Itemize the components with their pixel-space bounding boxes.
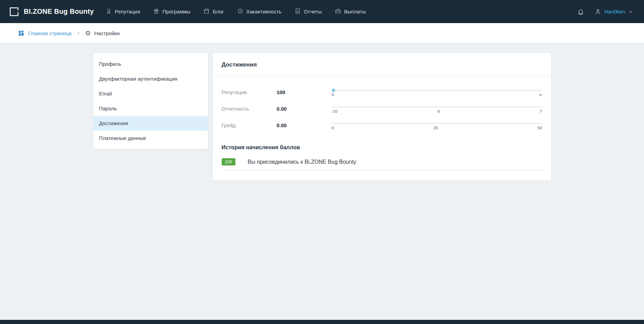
settings-sidebar: Профиль Двухфакторная аутентификация Ema… <box>93 53 208 149</box>
nav-label: Хакактивность <box>246 9 282 14</box>
nav-item-hackactivity[interactable]: Хакактивность <box>237 8 282 15</box>
briefcase-icon <box>335 8 341 15</box>
chevron-down-icon <box>628 9 634 14</box>
sidebar-item-password[interactable]: Пароль <box>93 101 208 116</box>
metrics-section: Репутация 100 0 ∞ Отчетность 0.00 <box>213 77 551 140</box>
main-nav: Репутация Программы Блог <box>106 8 366 15</box>
slider-ticks: 0 ∞ <box>332 93 542 97</box>
nav-label: Репутация <box>115 9 140 14</box>
brand-name: BI.ZONE Bug Bounty <box>24 8 94 16</box>
tick-label-max: 50 <box>538 126 542 130</box>
nav-item-payouts[interactable]: Выплаты <box>335 8 366 15</box>
reputation-slider: 0 ∞ <box>332 87 542 97</box>
nav-item-reputation[interactable]: Репутация <box>106 8 140 15</box>
sidebar-item-payment-details[interactable]: Платежные данные <box>93 131 208 145</box>
metric-value: 100 <box>277 89 332 95</box>
sidebar-item-email[interactable]: Email <box>93 86 208 101</box>
nav-item-programs[interactable]: Программы <box>153 8 190 15</box>
breadcrumb-current: ⚙ Настройки <box>85 30 120 37</box>
brand[interactable]: BI.ZONE Bug Bounty <box>9 7 94 17</box>
metric-row-reputation: Репутация 100 0 ∞ <box>222 87 542 97</box>
medal-icon <box>106 8 112 15</box>
sidebar-item-achievements[interactable]: Достижения <box>93 116 208 131</box>
bizone-logo-icon <box>9 7 19 17</box>
metric-value: 0.00 <box>277 106 332 112</box>
clock-icon <box>237 8 243 15</box>
points-history-title: История начисления баллов <box>222 144 542 151</box>
page-content: Профиль Двухфакторная аутентификация Ema… <box>0 43 644 181</box>
slider-track[interactable] <box>332 90 542 91</box>
tick-label-min: 0 <box>332 93 334 97</box>
metric-row-grade: Грейд 0.00 0 25 50 <box>222 120 542 130</box>
username: Han0ken <box>604 9 625 14</box>
slider-track[interactable] <box>332 123 542 124</box>
points-history-section: История начисления баллов 100 Вы присоед… <box>213 140 551 181</box>
tick-label-mid: 0 <box>437 109 440 113</box>
sidebar-item-profile[interactable]: Профиль <box>93 57 208 71</box>
breadcrumb-home-label: Главная страница <box>28 30 72 36</box>
points-badge: 100 <box>222 158 235 165</box>
metric-value: 0.00 <box>277 122 332 128</box>
history-event-text: Вы присоединились к Bi.ZONE Bug Bounty <box>248 159 357 165</box>
report-icon <box>295 8 301 15</box>
panel-title: Достижения <box>213 53 551 77</box>
notifications-bell-icon[interactable] <box>577 8 584 15</box>
metric-label: Репутация <box>222 89 277 95</box>
metric-label: Отчетность <box>222 106 277 112</box>
top-navbar: BI.ZONE Bug Bounty Репутация Программы <box>0 0 644 23</box>
breadcrumb-home-link[interactable]: Главная страница <box>18 30 72 37</box>
nav-item-reports[interactable]: Отчеты <box>295 8 322 15</box>
tick-label-mid: 25 <box>433 126 438 130</box>
slider-handle[interactable] <box>332 89 335 92</box>
breadcrumb-current-label: Настройки <box>94 30 120 36</box>
tick-label-min: 0 <box>332 126 334 130</box>
user-icon <box>594 8 601 15</box>
nav-label: Блог <box>213 9 224 14</box>
navbar-right: Han0ken <box>577 8 634 15</box>
user-menu[interactable]: Han0ken <box>594 8 634 15</box>
tick-label-max: 7 <box>540 109 542 113</box>
breadcrumb: Главная страница ⚙ Настройки <box>0 23 644 43</box>
grid-icon <box>18 30 24 37</box>
history-row: 100 Вы присоединились к Bi.ZONE Bug Boun… <box>222 158 542 170</box>
grade-slider: 0 25 50 <box>332 120 542 130</box>
slider-ticks: -10 0 7 <box>332 109 542 113</box>
calendar-icon <box>203 8 210 15</box>
nav-label: Выплаты <box>344 9 366 14</box>
metric-label: Грейд <box>222 122 277 128</box>
slider-track[interactable] <box>332 107 542 108</box>
chevron-right-icon <box>76 31 81 36</box>
metric-row-reporting: Отчетность 0.00 -10 0 7 <box>222 104 542 113</box>
slider-ticks: 0 25 50 <box>332 126 542 130</box>
building-icon <box>153 8 159 15</box>
nav-label: Отчеты <box>304 9 322 14</box>
sidebar-item-2fa[interactable]: Двухфакторная аутентификация <box>93 71 208 86</box>
reporting-slider: -10 0 7 <box>332 104 542 113</box>
nav-item-blog[interactable]: Блог <box>203 8 224 15</box>
gear-icon: ⚙ <box>85 30 91 37</box>
achievements-panel: Достижения Репутация 100 0 ∞ <box>213 53 551 181</box>
tick-label-max: ∞ <box>539 93 542 97</box>
tick-label-min: -10 <box>332 109 338 113</box>
footer <box>0 320 644 324</box>
nav-label: Программы <box>162 9 190 14</box>
